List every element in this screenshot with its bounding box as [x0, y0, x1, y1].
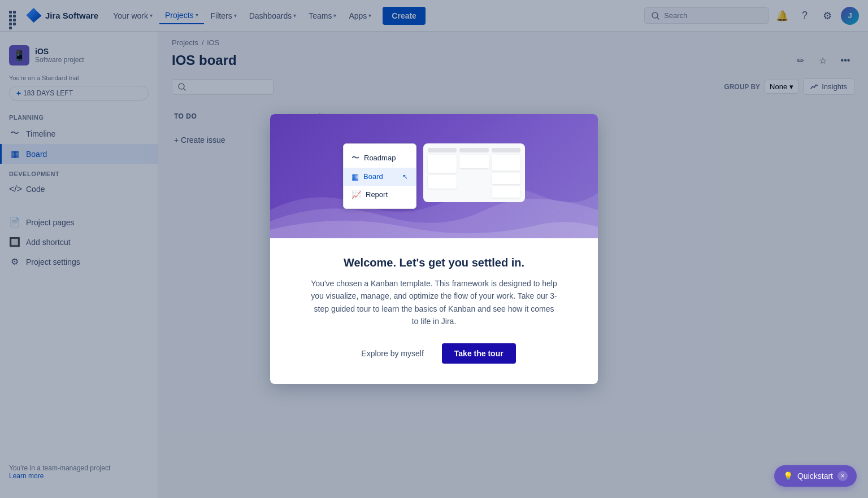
modal-overlay[interactable]: 〜 Roadmap ▦ Board ↖ 📈 Report — [0, 0, 868, 498]
hero-dropdown-menu: 〜 Roadmap ▦ Board ↖ 📈 Report — [343, 143, 416, 209]
board-preview — [423, 143, 525, 202]
take-tour-button[interactable]: Take the tour — [442, 343, 516, 364]
quickstart-close-button[interactable]: × — [837, 471, 848, 481]
explore-myself-button[interactable]: Explore by myself — [352, 344, 432, 362]
hero-menu-report[interactable]: 📈 Report — [344, 186, 416, 204]
modal-title: Welcome. Let's get you settled in. — [293, 256, 575, 269]
report-icon: 📈 — [351, 190, 361, 199]
modal-actions: Explore by myself Take the tour — [293, 343, 575, 364]
modal-description: You've chosen a Kanban template. This fr… — [310, 277, 558, 328]
quickstart-widget[interactable]: 💡 Quickstart × — [774, 465, 857, 487]
quickstart-label: Quickstart — [797, 471, 833, 480]
hero-menu-board[interactable]: ▦ Board ↖ — [344, 168, 416, 186]
modal-hero: 〜 Roadmap ▦ Board ↖ 📈 Report — [270, 114, 598, 238]
roadmap-icon: 〜 — [351, 153, 359, 163]
modal-body: Welcome. Let's get you settled in. You'v… — [270, 238, 598, 385]
board-menu-icon: ▦ — [351, 172, 359, 181]
quickstart-bulb-icon: 💡 — [783, 471, 793, 480]
cursor-icon: ↖ — [402, 173, 408, 181]
hero-menu-roadmap[interactable]: 〜 Roadmap — [344, 148, 416, 168]
welcome-modal: 〜 Roadmap ▦ Board ↖ 📈 Report — [270, 114, 598, 385]
